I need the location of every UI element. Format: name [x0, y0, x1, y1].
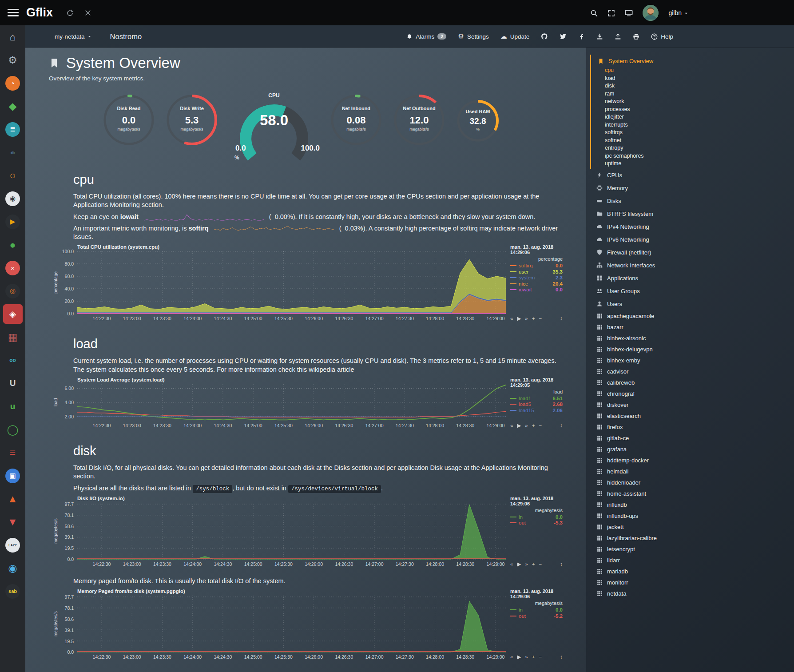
app-teal-container-icon[interactable]: ≣ — [3, 119, 23, 139]
nav-app-diskover[interactable]: diskover — [590, 399, 794, 410]
app-teal-oo-icon[interactable]: oo — [3, 350, 23, 370]
nav-users[interactable]: Users — [590, 298, 794, 310]
nav-memory[interactable]: Memory — [590, 183, 794, 194]
nav-app-lidarr[interactable]: lidarr — [590, 555, 794, 566]
nav-disk[interactable]: disk — [591, 82, 794, 90]
nav-cpu[interactable]: cpu — [591, 67, 794, 75]
update-button[interactable]: ☁ Update — [500, 32, 530, 40]
nav-softirqs[interactable]: softirqs — [591, 129, 794, 137]
nav-app-elasticsearch[interactable]: elasticsearch — [590, 410, 794, 421]
chart-resize-handle[interactable]: ↕ — [560, 654, 563, 660]
nav-idlejitter[interactable]: idlejitter — [591, 113, 794, 121]
chart-rewind-button[interactable]: « — [510, 561, 513, 567]
nav-firewall-netfilter[interactable]: Firewall (netfilter) — [590, 247, 794, 258]
nav-app-netdata[interactable]: netdata — [590, 588, 794, 599]
nav-app-monitorr[interactable]: monitorr — [590, 577, 794, 588]
chart-resize-handle[interactable]: ↕ — [560, 423, 563, 428]
gauge-disk-write[interactable]: Disk Write5.3megabytes/s — [164, 92, 219, 147]
chart-system-cpu[interactable]: percentageTotal CPU utilization (system.… — [52, 244, 563, 324]
chart-play-button[interactable]: ▶ — [517, 422, 521, 429]
search-icon[interactable] — [590, 8, 598, 16]
nav-app-influxdb[interactable]: influxdb — [590, 499, 794, 510]
app-white-circle-icon[interactable]: ◉ — [3, 189, 23, 208]
twitter-button[interactable] — [560, 33, 567, 40]
chart-zoom-out-button[interactable]: − — [539, 316, 542, 321]
nav-applications[interactable]: Applications — [590, 273, 794, 284]
help-button[interactable]: Help — [651, 33, 673, 40]
chart-zoom-in-button[interactable]: + — [532, 561, 535, 567]
nav-softnet[interactable]: softnet — [591, 137, 794, 145]
app-orange-search-icon[interactable]: ○ — [3, 166, 23, 185]
nav-app-cadvisor[interactable]: cadvisor — [590, 366, 794, 377]
gauge-net-outbound[interactable]: Net Outbound12.0megabits/s — [392, 92, 447, 147]
legend-entry-user[interactable]: user35.3 — [510, 269, 563, 275]
chart-resize-handle[interactable]: ↕ — [560, 561, 563, 567]
nav-app-chronograf[interactable]: chronograf — [590, 388, 794, 399]
nav-app-binhex-emby[interactable]: binhex-emby — [590, 355, 794, 366]
nav-app-calibreweb[interactable]: calibreweb — [590, 377, 794, 388]
app-dark-orange-ring-icon[interactable]: ◎ — [3, 281, 23, 301]
app-blue-tile-icon[interactable]: ▣ — [3, 466, 23, 485]
user-menu[interactable]: gilbn — [668, 9, 688, 16]
fullscreen-icon[interactable] — [607, 8, 615, 16]
alarms-button[interactable]: Alarms 2 — [406, 33, 446, 40]
app-green-diamond-icon[interactable]: ◆ — [3, 96, 23, 116]
app-red-cross-icon[interactable]: × — [3, 258, 23, 278]
nav-app-binhex-airsonic[interactable]: binhex-airsonic — [590, 333, 794, 344]
legend-entry-load5[interactable]: load52.68 — [510, 401, 563, 407]
nav-app-letsencrypt[interactable]: letsencrypt — [590, 544, 794, 555]
nav-app-gitlab-ce[interactable]: gitlab-ce — [590, 433, 794, 444]
app-green-circle-icon[interactable]: ● — [3, 235, 23, 254]
app-gitlab-icon[interactable]: ▲ — [3, 489, 23, 509]
app-sab-icon[interactable]: sab — [3, 581, 23, 601]
app-green-u-icon[interactable]: u — [3, 397, 23, 416]
nav-app-grafana[interactable]: grafana — [590, 444, 794, 455]
nav-processes[interactable]: processes — [591, 106, 794, 114]
chart-forward-button[interactable]: » — [525, 654, 528, 660]
server-dropdown[interactable]: my-netdata — [55, 33, 91, 40]
chart-play-button[interactable]: ▶ — [517, 561, 521, 567]
nav-ram[interactable]: ram — [591, 90, 794, 98]
nav-app-hddtemp-docker[interactable]: hddtemp-docker — [590, 455, 794, 466]
chart-rewind-button[interactable]: « — [510, 316, 513, 321]
legend-entry-load1[interactable]: load16.51 — [510, 395, 563, 402]
app-blue-soundwave-icon[interactable]: ıllı — [3, 143, 23, 162]
nav-load[interactable]: load — [591, 75, 794, 83]
nav-btrfs-filesystem[interactable]: BTRFS filesystem — [590, 208, 794, 219]
nav-interrupts[interactable]: interrupts — [591, 121, 794, 129]
app-red-shield-icon[interactable]: ◈ — [3, 304, 23, 324]
chart-rewind-button[interactable]: « — [510, 654, 513, 660]
gauge-cpu[interactable]: CPU58.00.0100.0% — [227, 92, 321, 160]
legend-entry-in[interactable]: in0.0 — [510, 607, 563, 613]
app-gray-u-icon[interactable]: U — [3, 374, 23, 393]
nav-system-overview[interactable]: System Overview — [591, 56, 794, 67]
app-orange-swirl-icon[interactable]: ◔ — [3, 73, 23, 93]
chart-zoom-in-button[interactable]: + — [532, 423, 535, 428]
legend-entry-nice[interactable]: nice20.4 — [510, 281, 563, 287]
chart-zoom-out-button[interactable]: − — [539, 423, 542, 428]
nav-app-heimdall[interactable]: heimdall — [590, 466, 794, 477]
chart-system-load[interactable]: loadSystem Load Average (system.load)6.0… — [52, 377, 563, 431]
facebook-button[interactable] — [578, 33, 585, 40]
gauge-disk-read[interactable]: Disk Read0.0megabytes/s — [101, 92, 156, 147]
nav-app-apacheguacamole[interactable]: apacheguacamole — [590, 310, 794, 322]
gauge-net-inbound[interactable]: Net Inbound0.08megabits/s — [329, 92, 384, 147]
nav-app-home-assistant[interactable]: home-assistant — [590, 488, 794, 499]
nav-app-influxdb-ups[interactable]: influxdb-ups — [590, 510, 794, 521]
settings-button[interactable]: ⚙ Settings — [458, 32, 488, 40]
cast-icon[interactable] — [625, 8, 633, 17]
nav-ipv4-networking[interactable]: IPv4 Networking — [590, 221, 794, 232]
legend-entry-in[interactable]: in0.0 — [510, 514, 563, 520]
legend-entry-system[interactable]: system2.3 — [510, 274, 563, 281]
app-maroon-grid-icon[interactable]: ▦ — [3, 327, 23, 347]
avatar[interactable] — [643, 5, 659, 21]
gauge-used-ram[interactable]: Used RAM32.8% — [455, 98, 501, 144]
chart-zoom-out-button[interactable]: − — [539, 561, 542, 567]
export-button[interactable] — [615, 33, 621, 40]
menu-button[interactable] — [8, 9, 19, 16]
app-plex-play-icon[interactable]: ▶ — [3, 212, 23, 231]
print-button[interactable] — [633, 33, 639, 40]
refresh-icon[interactable] — [66, 8, 74, 16]
app-red-green-lines-icon[interactable]: ≡ — [3, 443, 23, 462]
chart-forward-button[interactable]: » — [525, 423, 528, 428]
